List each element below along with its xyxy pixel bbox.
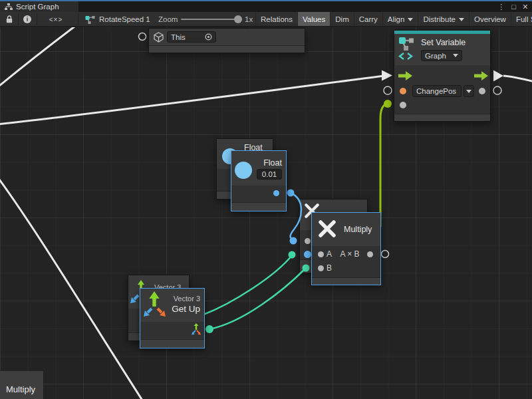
wire-float-to-multiply[interactable] — [291, 193, 301, 241]
float-value: 0.01 — [262, 170, 277, 178]
zoom-slider-handle[interactable] — [234, 15, 242, 23]
toolbar-buttons: Relations Values Dim Carry Align Distrib… — [255, 12, 532, 27]
get-up-node[interactable]: Vector 3 Get Up — [140, 288, 205, 348]
input-a-port[interactable] — [318, 251, 324, 257]
toolbar-button-relations[interactable]: Relations — [255, 12, 297, 27]
script-graph-icon — [5, 3, 13, 11]
node-title: Set Variable — [421, 38, 466, 47]
variable-kind: Graph — [425, 52, 446, 60]
object-picker-icon[interactable] — [205, 33, 212, 41]
up-arrow-icon — [148, 291, 160, 307]
node-footer — [149, 45, 305, 53]
wire-getup-to-multiply-a[interactable] — [203, 255, 292, 315]
kebab-menu-icon[interactable]: ⋮ — [497, 1, 505, 12]
this-node[interactable]: This — [148, 28, 305, 53]
close-icon[interactable]: × — [523, 1, 528, 12]
wire-endpoint-flow[interactable] — [384, 100, 392, 108]
control-output-port[interactable] — [474, 71, 488, 80]
code-preview-icon[interactable]: <×> — [41, 12, 70, 27]
wire-endpoint-vector[interactable] — [289, 251, 296, 259]
window-controls: ⋮ □ × — [497, 1, 531, 12]
variable-name-field[interactable]: ChangePos — [412, 85, 462, 97]
graph-breadcrumb[interactable]: RotateSpeed 1 — [85, 12, 150, 27]
wire-control-bottomleft[interactable] — [0, 175, 144, 399]
variable-name: ChangePos — [416, 87, 456, 95]
graph-toolbar: i <×> RotateSpeed 1 Zoom 1x Relations Va… — [0, 12, 532, 27]
wire-endpoint-vector[interactable] — [303, 265, 310, 272]
control-input-port[interactable] — [398, 71, 412, 80]
zoom-slider-track[interactable] — [181, 19, 238, 20]
lock-glyph — [6, 15, 13, 23]
wire-multiply-to-set-variable[interactable] — [380, 104, 388, 227]
wire-arrowhead — [493, 70, 503, 82]
down-left-arrow-icon — [144, 307, 154, 317]
variable-name-port[interactable] — [400, 88, 406, 94]
wire-endpoint-float[interactable] — [287, 190, 295, 197]
port-ring[interactable] — [382, 251, 389, 258]
wire-control-out-of-set-variable[interactable] — [503, 76, 532, 82]
wire-control-topleft[interactable] — [0, 27, 77, 88]
this-object-field[interactable]: This — [167, 31, 216, 43]
port-ring[interactable] — [384, 86, 392, 94]
tooltip-label: Multiply — [6, 384, 35, 394]
wire-control-into-set-variable[interactable] — [0, 76, 384, 124]
port-ring[interactable] — [493, 86, 501, 94]
info-glyph: i — [23, 15, 31, 23]
wire-arrowhead — [382, 70, 392, 81]
toolbar-button-align[interactable]: Align — [382, 12, 418, 27]
this-value: This — [171, 33, 202, 41]
node-footer — [140, 339, 204, 348]
down-right-arrow-icon — [156, 307, 166, 317]
float-value-field[interactable]: 0.01 — [257, 169, 282, 180]
chevron-down-icon — [453, 54, 458, 57]
multiply-tooltip: Multiply — [0, 371, 43, 399]
wire-endpoint-float[interactable] — [290, 237, 297, 245]
set-variable-node[interactable]: Set Variable Graph ChangePos — [394, 30, 491, 122]
wire-endpoint-vector[interactable] — [205, 325, 213, 333]
float-output-port[interactable] — [273, 190, 279, 196]
node-supertitle: Vector 3 — [174, 295, 200, 303]
tab-bar: Script Graph ⋮ □ × — [0, 1, 532, 12]
lock-icon[interactable] — [3, 12, 16, 27]
node-footer — [231, 202, 286, 211]
toolbar-button-distribute[interactable]: Distribute — [418, 12, 469, 27]
input-value-port[interactable] — [400, 102, 406, 108]
toolbar-button-overview[interactable]: Overview — [469, 12, 511, 27]
tab-script-graph[interactable]: Script Graph — [0, 1, 78, 12]
maximize-icon[interactable]: □ — [511, 1, 516, 12]
wire-getup-to-multiply-b[interactable] — [209, 269, 305, 329]
node-footer — [394, 114, 490, 121]
toolbar-divider — [78, 13, 78, 25]
multiply-icon — [317, 219, 337, 239]
toolbar-button-dim[interactable]: Dim — [330, 12, 353, 27]
zoom-label: Zoom — [158, 12, 178, 27]
node-title: Multiply — [344, 225, 372, 234]
input-a-label: A — [327, 249, 332, 259]
unity-visual-scripting-window: Script Graph ⋮ □ × i <×> — [0, 0, 532, 399]
graph-name: RotateSpeed 1 — [99, 15, 150, 23]
node-title: Float — [263, 158, 282, 168]
vector3-output-port[interactable] — [191, 323, 201, 335]
graph-asset-icon — [85, 15, 95, 24]
output-value-port[interactable] — [479, 88, 485, 94]
input-b-port[interactable] — [318, 265, 324, 271]
toolbar-button-carry[interactable]: Carry — [354, 12, 382, 27]
info-icon[interactable]: i — [21, 12, 34, 27]
node-title: Get Up — [172, 304, 200, 314]
chevron-down-icon — [459, 18, 464, 21]
port-ring[interactable] — [139, 33, 146, 41]
result-label: A × B — [336, 249, 364, 259]
variable-kind-dropdown[interactable]: Graph — [421, 50, 462, 61]
variable-name-dropdown-button[interactable] — [464, 85, 474, 97]
chevron-down-icon — [466, 90, 471, 93]
toolbar-button-values[interactable]: Values — [297, 12, 330, 27]
set-variable-icon — [398, 37, 416, 61]
float-node[interactable]: Float 0.01 — [231, 150, 287, 211]
multiply-node[interactable]: Multiply A A × B B — [311, 212, 381, 285]
graph-canvas[interactable]: Float Vector 3 — [0, 27, 532, 399]
toolbar-button-fullscreen[interactable]: Full Screen — [511, 12, 532, 27]
result-output-port[interactable] — [367, 251, 373, 257]
chevron-down-icon — [408, 18, 413, 21]
cube-icon — [153, 32, 164, 43]
input-b-label: B — [327, 263, 332, 273]
